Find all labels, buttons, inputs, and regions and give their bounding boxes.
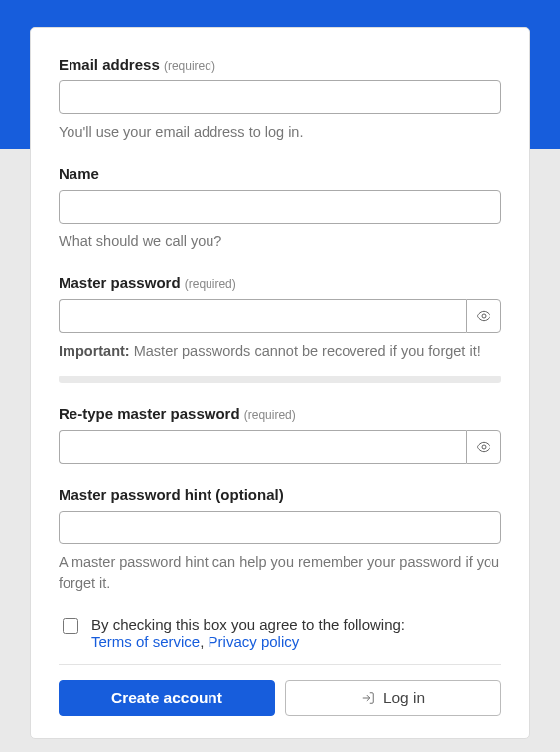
- login-button[interactable]: Log in: [285, 680, 501, 716]
- hint-label: Master password hint (optional): [59, 486, 501, 503]
- toggle-retype-visibility[interactable]: [466, 430, 501, 464]
- master-password-input[interactable]: [59, 299, 466, 333]
- name-label: Name: [59, 165, 501, 182]
- eye-icon: [476, 439, 491, 455]
- agree-lead: By checking this box you agree to the fo…: [91, 616, 405, 633]
- email-label-text: Email address: [59, 56, 160, 73]
- email-field-group: Email address (required) You'll use your…: [59, 56, 501, 143]
- retype-label-text: Re-type master password: [59, 405, 240, 422]
- login-icon: [361, 691, 375, 705]
- master-password-help-prefix: Important:: [59, 343, 130, 359]
- agree-text: By checking this box you agree to the fo…: [91, 616, 405, 650]
- svg-point-0: [482, 314, 486, 318]
- email-label: Email address (required): [59, 56, 501, 73]
- master-password-help: Important: Master passwords cannot be re…: [59, 341, 501, 362]
- terms-link[interactable]: Terms of service: [91, 633, 200, 650]
- hint-input[interactable]: [59, 511, 501, 544]
- retype-row: [59, 430, 501, 464]
- name-input[interactable]: [59, 190, 501, 224]
- retype-input[interactable]: [59, 430, 466, 464]
- privacy-link[interactable]: Privacy policy: [209, 633, 300, 650]
- login-label: Log in: [383, 689, 425, 707]
- agree-separator: ,: [200, 633, 208, 650]
- agree-checkbox[interactable]: [63, 618, 78, 634]
- create-account-button[interactable]: Create account: [59, 680, 275, 716]
- retype-field-group: Re-type master password (required): [59, 405, 501, 464]
- create-account-label: Create account: [111, 689, 222, 707]
- hint-help: A master password hint can help you reme…: [59, 552, 501, 594]
- toggle-master-password-visibility[interactable]: [466, 299, 501, 333]
- retype-label: Re-type master password (required): [59, 405, 501, 422]
- name-help: What should we call you?: [59, 231, 501, 252]
- master-password-label-text: Master password: [59, 274, 181, 291]
- email-input[interactable]: [59, 80, 501, 114]
- button-row: Create account Log in: [59, 680, 501, 716]
- svg-point-1: [482, 445, 486, 449]
- master-password-help-text: Master passwords cannot be recovered if …: [130, 343, 481, 359]
- password-strength-meter: [59, 376, 501, 383]
- email-help: You'll use your email address to log in.: [59, 122, 501, 143]
- email-required: (required): [164, 59, 215, 73]
- master-password-label: Master password (required): [59, 274, 501, 291]
- eye-icon: [476, 308, 491, 324]
- signup-card: Email address (required) You'll use your…: [30, 27, 530, 739]
- name-field-group: Name What should we call you?: [59, 165, 501, 252]
- retype-required: (required): [244, 408, 296, 422]
- hint-field-group: Master password hint (optional) A master…: [59, 486, 501, 594]
- master-password-field-group: Master password (required) Important: Ma…: [59, 274, 501, 362]
- master-password-row: [59, 299, 501, 333]
- agree-row: By checking this box you agree to the fo…: [59, 616, 501, 650]
- separator: [59, 664, 501, 665]
- master-password-required: (required): [185, 277, 236, 291]
